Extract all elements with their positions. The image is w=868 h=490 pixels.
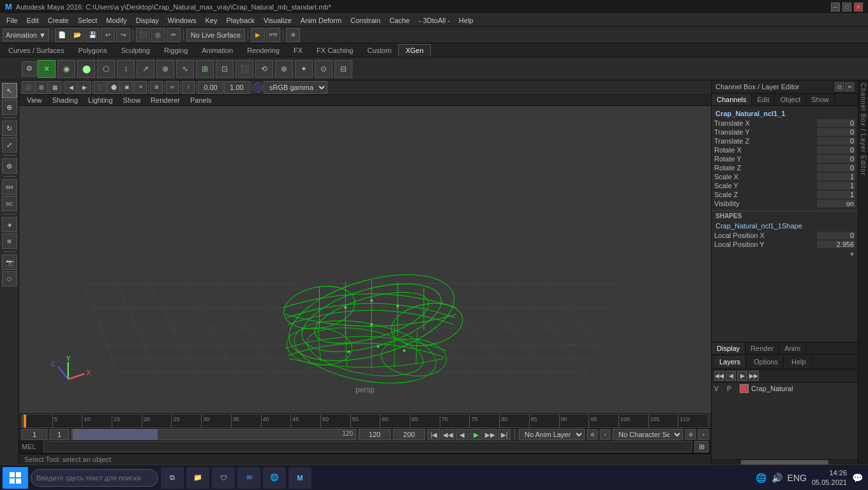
- taskbar-app-taskview[interactable]: ⧉: [161, 467, 184, 489]
- animation-mode-dropdown[interactable]: Animation ▼: [3, 29, 49, 41]
- select-tool[interactable]: ↖: [2, 83, 17, 98]
- new-scene-button[interactable]: 📄: [55, 28, 69, 42]
- cb-tab-channels[interactable]: Channels: [712, 94, 752, 105]
- vp-hud-btn[interactable]: H: [166, 81, 179, 94]
- camera-tool[interactable]: 📷: [2, 255, 17, 270]
- minimize-button[interactable]: ─: [831, 3, 840, 11]
- range-start-input[interactable]: [359, 429, 391, 440]
- cb-attr-value[interactable]: 1: [817, 191, 855, 198]
- layer-visibility-btn[interactable]: V: [714, 385, 724, 392]
- xgen-btn-14[interactable]: ✦: [295, 60, 313, 78]
- cb-attr-value[interactable]: on: [817, 200, 855, 207]
- show-manipulator[interactable]: ◈: [2, 217, 17, 232]
- taskbar-app-explorer[interactable]: 📁: [186, 467, 209, 489]
- xgen-btn-3[interactable]: ⬤: [77, 60, 95, 78]
- layers-tab[interactable]: Layers: [714, 356, 746, 368]
- xgen-btn-13[interactable]: ⊗: [275, 60, 293, 78]
- menu-visualize[interactable]: Visualize: [260, 15, 296, 26]
- frame-start-input[interactable]: [50, 429, 69, 440]
- dt-tab-display[interactable]: Display: [712, 343, 745, 354]
- tab-sculpting[interactable]: Sculpting: [114, 44, 157, 57]
- menu-display[interactable]: Display: [132, 15, 163, 26]
- prev-start-button[interactable]: |◀: [428, 429, 440, 440]
- menu-3dtoall[interactable]: - 3DtoAll -: [415, 15, 454, 26]
- char-set-btn-1[interactable]: ⚙: [685, 429, 696, 440]
- save-scene-button[interactable]: 💾: [86, 28, 100, 42]
- vp-menu-panels[interactable]: Panels: [186, 95, 216, 105]
- cb-shape-attr-value[interactable]: 2.956: [817, 241, 855, 248]
- layer-tb-prev2[interactable]: ◀: [726, 371, 736, 381]
- vp-wireframe-btn[interactable]: ⬛: [94, 81, 107, 94]
- vp-menu-lighting[interactable]: Lighting: [84, 95, 117, 105]
- volume-icon[interactable]: 🔊: [772, 473, 782, 483]
- taskbar-app-security[interactable]: 🛡: [212, 467, 235, 489]
- vp-gamma-select[interactable]: sRGB gamma: [264, 81, 327, 94]
- close-button[interactable]: ✕: [854, 3, 863, 11]
- vp-btn-2[interactable]: ▦: [49, 81, 61, 94]
- dt-tab-anim[interactable]: Anim: [779, 343, 806, 354]
- vp-menu-show[interactable]: Show: [119, 95, 145, 105]
- menu-cache[interactable]: Cache: [385, 15, 414, 26]
- xgen-settings-button[interactable]: ⚙: [22, 61, 37, 77]
- sculpt-tool[interactable]: SC: [2, 196, 17, 211]
- xgen-btn-16[interactable]: ⊟: [334, 60, 352, 78]
- tab-rendering[interactable]: Rendering: [240, 44, 287, 57]
- layer-playback-btn[interactable]: P: [727, 385, 737, 392]
- mel-result-button[interactable]: ⊞: [694, 441, 708, 452]
- help-tab[interactable]: Help: [786, 356, 812, 368]
- cb-attr-value[interactable]: 0: [817, 164, 855, 172]
- xgen-btn-8[interactable]: ∿: [176, 60, 194, 78]
- viewport-canvas[interactable]: X Y Z persp: [19, 106, 711, 413]
- xgen-btn-4[interactable]: ⬡: [97, 60, 115, 78]
- anim-layer-select[interactable]: No Anim Layer: [519, 429, 585, 440]
- menu-playback[interactable]: Playback: [222, 15, 258, 26]
- vp-btn-3[interactable]: ◀: [64, 81, 77, 94]
- tab-animation[interactable]: Animation: [195, 44, 240, 57]
- start-button[interactable]: [3, 467, 28, 489]
- xgen-btn-1[interactable]: ✕: [38, 60, 56, 78]
- taskbar-app-mail[interactable]: ✉: [237, 467, 260, 489]
- xgen-btn-11[interactable]: ⬛: [236, 60, 253, 78]
- cb-expand-btn[interactable]: ⊡: [835, 82, 844, 91]
- xgen-btn-12[interactable]: ⟲: [255, 60, 273, 78]
- tab-curves-surfaces[interactable]: Curves / Surfaces: [1, 44, 71, 57]
- render-button[interactable]: ▶: [251, 28, 265, 42]
- menu-windows[interactable]: Windows: [164, 15, 200, 26]
- vp-grid-btn[interactable]: ⊞: [150, 81, 163, 94]
- cb-tab-object[interactable]: Object: [775, 94, 806, 105]
- mel-input[interactable]: [43, 441, 692, 452]
- vp-val2-input[interactable]: [224, 81, 250, 94]
- layer-scrollbar[interactable]: [741, 460, 828, 464]
- menu-key[interactable]: Key: [201, 15, 221, 26]
- menu-select[interactable]: Select: [74, 15, 101, 26]
- vp-textured-btn[interactable]: ▣: [121, 81, 133, 94]
- layer-tb-next1[interactable]: ▶: [737, 371, 747, 381]
- anim-layer-btn-2[interactable]: +: [600, 429, 610, 440]
- next-frame-button[interactable]: ▶▶: [484, 429, 497, 440]
- layer-scroll[interactable]: [712, 459, 858, 464]
- current-frame-input[interactable]: [22, 429, 47, 440]
- select-tool-button[interactable]: ⬛: [136, 28, 150, 42]
- cb-attr-value[interactable]: 0: [817, 128, 855, 136]
- vp-val1-input[interactable]: [198, 81, 223, 94]
- cb-close-btn[interactable]: ✕: [845, 82, 854, 91]
- maximize-button[interactable]: □: [842, 3, 851, 11]
- menu-anim-deform[interactable]: Anim Deform: [297, 15, 345, 26]
- cb-attr-value[interactable]: 1: [817, 173, 855, 181]
- tab-xgen[interactable]: XGen: [398, 44, 430, 57]
- vp-shaded-btn[interactable]: ⬤: [107, 81, 120, 94]
- prev-frame-button[interactable]: ◀: [456, 429, 468, 440]
- animation-range-bar[interactable]: 120: [71, 429, 356, 440]
- cb-tab-show[interactable]: Show: [806, 94, 835, 105]
- dt-tab-render[interactable]: Render: [745, 343, 779, 354]
- layer-tb-next2[interactable]: ▶▶: [749, 371, 759, 381]
- language-indicator[interactable]: ENG: [788, 473, 807, 483]
- lasso-tool-button[interactable]: ◎: [151, 28, 165, 42]
- vp-menu-view[interactable]: View: [23, 95, 46, 105]
- play-button[interactable]: ▶: [470, 429, 483, 440]
- scale-tool[interactable]: ⤢: [2, 137, 17, 152]
- range-end-input[interactable]: [393, 429, 425, 440]
- xgen-btn-15[interactable]: ⊙: [315, 60, 333, 78]
- cb-attr-value[interactable]: 0: [817, 155, 855, 163]
- cb-attr-value[interactable]: 0: [817, 137, 855, 145]
